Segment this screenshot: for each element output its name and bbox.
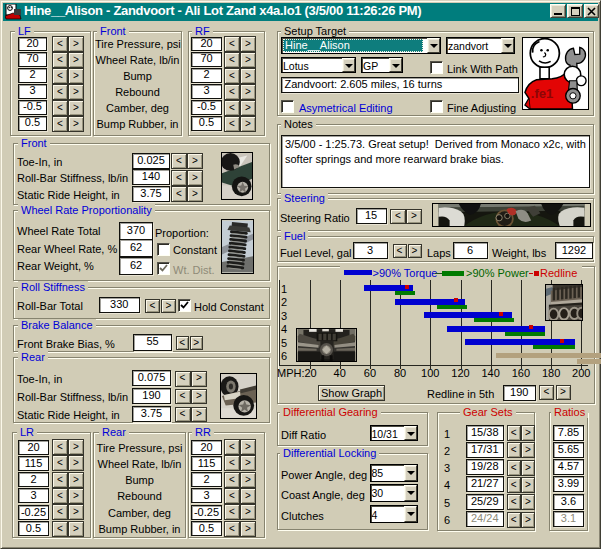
svg-text:.fe1: .fe1 (531, 86, 554, 101)
